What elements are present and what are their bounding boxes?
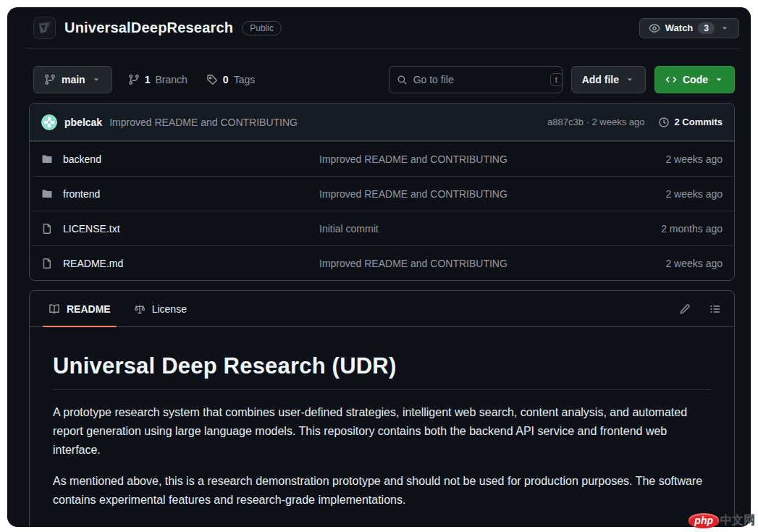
branch-name: main xyxy=(62,74,85,85)
chevron-down-icon xyxy=(714,75,724,85)
eye-icon xyxy=(649,22,660,34)
commit-history-link[interactable]: 2 Commits xyxy=(658,117,723,128)
file-icon xyxy=(41,223,53,235)
file-name[interactable]: README.md xyxy=(63,258,123,269)
commit-author[interactable]: pbelcak xyxy=(64,117,102,128)
history-icon xyxy=(658,117,670,128)
tags-count: 0 xyxy=(223,74,229,85)
file-icon xyxy=(41,258,53,269)
readme-paragraph: As mentioned above, this is a research d… xyxy=(53,472,711,510)
git-branch-icon xyxy=(44,74,56,85)
readme-content: Universal Deep Research (UDR) A prototyp… xyxy=(30,327,734,527)
commit-author-avatar[interactable] xyxy=(41,114,57,130)
row-commit-message[interactable]: Improved README and CONTRIBUTING xyxy=(319,153,614,165)
visibility-badge: Public xyxy=(242,21,282,35)
commit-sha-time[interactable]: a887c3b · 2 weeks ago xyxy=(547,117,644,127)
keyboard-shortcut-hint: t xyxy=(550,73,563,86)
row-commit-message[interactable]: Improved README and CONTRIBUTING xyxy=(319,188,614,200)
file-link: README.md xyxy=(41,258,319,269)
commit-message[interactable]: Improved README and CONTRIBUTING xyxy=(109,117,298,128)
commits-total-label: 2 Commits xyxy=(675,117,723,127)
branches-count: 1 xyxy=(145,74,151,85)
watch-button[interactable]: Watch 3 xyxy=(639,18,739,38)
row-commit-time: 2 weeks ago xyxy=(614,258,723,269)
table-row[interactable]: README.md Improved README and CONTRIBUTI… xyxy=(30,245,734,280)
file-table: pbelcak Improved README and CONTRIBUTING… xyxy=(29,103,735,281)
code-icon xyxy=(665,74,677,85)
table-row[interactable]: LICENSE.txt Initial commit 2 months ago xyxy=(30,211,734,245)
tab-license[interactable]: License xyxy=(122,291,198,326)
tag-icon xyxy=(206,74,218,85)
repo-header: UniversalDeepResearch Public Watch 3 xyxy=(7,7,751,46)
tab-license-label: License xyxy=(152,303,187,315)
row-commit-time: 2 weeks ago xyxy=(614,188,723,200)
table-row[interactable]: backend Improved README and CONTRIBUTING… xyxy=(30,141,734,176)
add-file-label: Add file xyxy=(582,74,619,85)
git-branch-icon xyxy=(128,74,140,85)
outline-button[interactable] xyxy=(704,297,727,321)
watch-count: 3 xyxy=(698,22,715,34)
tags-label: Tags xyxy=(234,74,256,85)
file-name[interactable]: backend xyxy=(63,153,101,165)
watermark-text: 中文网 xyxy=(720,513,755,528)
readme-title: Universal Deep Research (UDR) xyxy=(53,353,711,390)
book-icon xyxy=(49,303,60,315)
code-button[interactable]: Code xyxy=(654,66,735,93)
repo-toolbar: main 1 Branch xyxy=(7,48,751,93)
watch-label: Watch xyxy=(665,22,694,33)
php-logo: php xyxy=(688,513,719,528)
repo-title[interactable]: UniversalDeepResearch xyxy=(64,20,233,36)
row-commit-message[interactable]: Improved README and CONTRIBUTING xyxy=(319,258,614,269)
chevron-down-icon xyxy=(720,23,730,33)
tab-readme-label: README xyxy=(67,303,111,315)
commit-meta-group: a887c3b · 2 weeks ago 2 Commits xyxy=(547,117,723,128)
latest-commit-bar: pbelcak Improved README and CONTRIBUTING… xyxy=(30,104,734,141)
readme-tab-bar: README License xyxy=(30,291,734,327)
pencil-icon xyxy=(679,303,691,315)
search-icon xyxy=(397,75,408,85)
file-link: LICENSE.txt xyxy=(41,223,319,235)
file-name[interactable]: LICENSE.txt xyxy=(63,223,120,235)
row-commit-time: 2 months ago xyxy=(614,223,723,235)
code-label: Code xyxy=(683,74,708,85)
tab-readme[interactable]: README xyxy=(37,291,122,326)
add-file-button[interactable]: Add file xyxy=(571,66,646,93)
page: UniversalDeepResearch Public Watch 3 xyxy=(0,0,758,532)
edit-readme-button[interactable] xyxy=(673,297,696,321)
search-input[interactable] xyxy=(413,74,544,85)
branches-label: Branch xyxy=(155,74,187,85)
branches-stat[interactable]: 1 Branch xyxy=(128,74,188,85)
list-icon xyxy=(709,303,721,315)
readme-paragraph: A prototype research system that combine… xyxy=(53,403,711,460)
table-row[interactable]: frontend Improved README and CONTRIBUTIN… xyxy=(30,176,734,211)
go-to-file-search[interactable]: t xyxy=(389,66,563,93)
repo-page-panel: UniversalDeepResearch Public Watch 3 xyxy=(7,7,751,527)
repo-stats: 1 Branch 0 Tags xyxy=(128,74,256,85)
row-commit-message[interactable]: Initial commit xyxy=(319,223,614,235)
file-link: backend xyxy=(41,153,319,165)
file-link: frontend xyxy=(41,188,319,200)
law-icon xyxy=(134,303,146,315)
tags-stat[interactable]: 0 Tags xyxy=(206,74,255,85)
branch-selector[interactable]: main xyxy=(33,66,112,93)
row-commit-time: 2 weeks ago xyxy=(614,153,723,165)
chevron-down-icon xyxy=(625,75,635,85)
readme-actions xyxy=(673,291,727,326)
watermark: php 中文网 xyxy=(688,513,755,528)
chevron-down-icon xyxy=(91,75,101,85)
folder-icon xyxy=(41,153,53,165)
readme-section: README License xyxy=(29,290,735,527)
file-name[interactable]: frontend xyxy=(63,188,100,200)
folder-icon xyxy=(41,188,53,200)
org-avatar[interactable] xyxy=(33,17,56,39)
